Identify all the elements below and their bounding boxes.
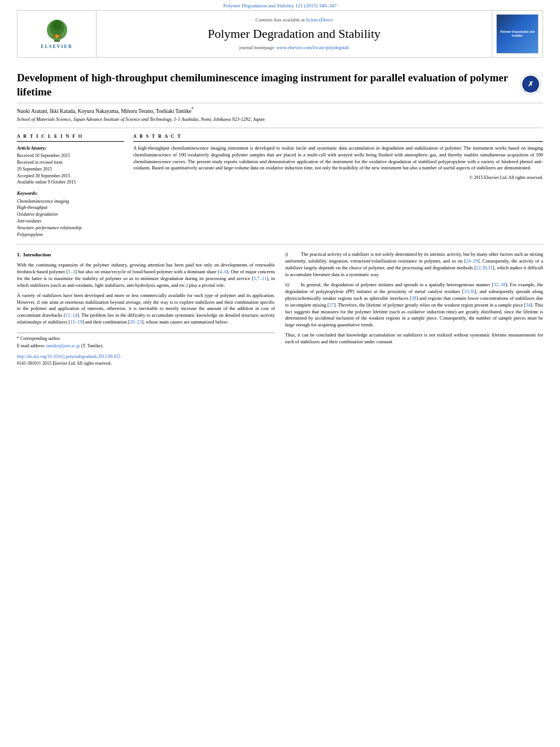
received-revised-date: 29 September 2015 [17, 167, 124, 173]
keyword-3: Oxidative degradation [17, 212, 124, 218]
intro-para-2: A variety of stabilizers have been devel… [17, 292, 275, 326]
keywords-section: Keywords: Chemiluminescence imaging High… [17, 190, 124, 238]
list-item-ii: ii) In general, the degradation of polym… [285, 282, 543, 329]
homepage-link[interactable]: www.elsevier.com/locate/polydegstab [276, 45, 349, 50]
abstract-heading: A B S T R A C T [133, 134, 543, 142]
body-section: 1. Introduction With the continuing expa… [17, 244, 543, 366]
main-content: Development of high-throughput chemilumi… [0, 58, 560, 372]
journal-cover-area: Polymer Degradation and Stability [492, 11, 542, 57]
elsevier-logo: ELSEVIER [34, 18, 80, 50]
email-link[interactable]: taniike@jaist.ac.jp [46, 343, 80, 348]
ref-20-23[interactable]: 20–23 [130, 319, 142, 325]
abstract-column: A B S T R A C T A high-throughput chemil… [133, 134, 543, 239]
journal-cover-image: Polymer Degradation and Stability [496, 14, 539, 54]
sciencedirect-line: Contents lists available at ScienceDirec… [256, 17, 333, 23]
email-label: E-mail address: [17, 343, 45, 348]
ref-24-29[interactable]: 24–29 [466, 258, 478, 264]
section-heading-text: Introduction [23, 252, 51, 257]
history-label: Article history: [17, 145, 124, 151]
contents-available-text: Contents lists available at [256, 17, 305, 23]
ref-34[interactable]: 34 [526, 302, 531, 308]
keywords-label: Keywords: [17, 190, 124, 196]
list-label-ii: ii) [285, 282, 293, 289]
svg-text:✗: ✗ [528, 80, 533, 88]
author-star: * [191, 107, 194, 112]
article-title-section: Development of high-throughput chemilumi… [17, 63, 543, 103]
ref-12-14[interactable]: 12–14 [65, 312, 77, 318]
list-label-i: i) [285, 251, 293, 258]
svg-point-5 [55, 34, 59, 38]
received-date: Received 10 September 2015 [17, 153, 124, 159]
ref-33-36[interactable]: 33,36 [464, 289, 475, 294]
keyword-1: Chemiluminescence imaging [17, 199, 124, 205]
elsevier-logo-area: ELSEVIER [18, 11, 97, 57]
crossmark-icon: ✗ CrossMark [520, 73, 541, 95]
svg-text:CrossMark: CrossMark [523, 89, 537, 92]
keyword-2: High-throughput [17, 205, 124, 211]
ref-5-7-11[interactable]: 5,7–11 [253, 276, 266, 281]
article-info-heading: A R T I C L E I N F O [17, 134, 124, 142]
copyright-line: © 2015 Elsevier Ltd. All rights reserved… [133, 175, 543, 181]
crossmark-area: ✗ CrossMark [518, 71, 543, 97]
intro-para-1: With the continuing expansion of the pol… [17, 262, 275, 289]
ref-38[interactable]: 38 [412, 295, 417, 301]
affiliation-line: School of Materials Science, Japan Advan… [17, 116, 543, 128]
article-info-column: A R T I C L E I N F O Article history: R… [17, 134, 124, 239]
journal-info-center: Contents lists available at ScienceDirec… [97, 11, 492, 57]
keyword-4: Anti-oxidants [17, 219, 124, 225]
intro-para-3: Thus, it can be concluded that knowledge… [285, 332, 543, 346]
footnote-area: * Corresponding author. E-mail address: … [17, 333, 275, 349]
ref-37[interactable]: 37 [329, 302, 334, 308]
keyword-6: Polypropylene [17, 232, 124, 238]
email-name: (T. Taniike). [81, 343, 103, 348]
section-1-heading: 1. Introduction [17, 251, 275, 259]
journal-header: ELSEVIER Contents lists available at Sci… [17, 10, 543, 58]
sciencedirect-link[interactable]: ScienceDirect [306, 17, 333, 23]
doi-link[interactable]: http://dx.doi.org/10.1016/j.polymdegrads… [17, 354, 121, 359]
corresponding-author-note: * Corresponding author. [17, 335, 275, 342]
abstract-text: A high-throughput chemiluminescence imag… [133, 145, 543, 172]
elsevier-tree-icon [34, 18, 80, 43]
article-title: Development of high-throughput chemilumi… [17, 71, 512, 99]
elsevier-text: ELSEVIER [41, 44, 72, 50]
available-date: Available online 9 October 2015 [17, 180, 124, 186]
homepage-line: journal homepage: www.elsevier.com/locat… [239, 45, 349, 51]
ref-32-38[interactable]: 32–38 [493, 282, 505, 287]
ref-4-6[interactable]: 4–6 [220, 269, 227, 274]
email-footnote: E-mail address: taniike@jaist.ac.jp (T. … [17, 343, 275, 349]
section-number: 1. [17, 252, 21, 257]
article-history: Article history: Received 10 September 2… [17, 145, 124, 186]
authors-text: Naoki Aratani, Ikki Katada, Koyuru Nakay… [17, 108, 191, 114]
cover-title-text: Polymer Degradation and Stability [499, 30, 536, 38]
issn-line: 0141-3910/© 2015 Elsevier Ltd. All right… [17, 360, 275, 366]
received-revised-label: Received in revised form [17, 160, 124, 166]
list-text-ii: In general, the degradation of polymer i… [285, 282, 543, 327]
list-item-i: i) The practical activity of a stabilize… [285, 251, 543, 278]
list-text-i: The practical activity of a stabilizer i… [285, 251, 543, 277]
accepted-date: Accepted 30 September 2015 [17, 173, 124, 180]
ref-15-19[interactable]: 15–19 [70, 319, 82, 325]
ref-22-30-31[interactable]: 22,30,31 [476, 265, 493, 270]
corresponding-label: * Corresponding author. [17, 336, 61, 341]
ref-1-3[interactable]: 1–3 [68, 269, 75, 274]
journal-reference: Polymer Degradation and Stability 121 (2… [0, 0, 560, 10]
journal-ref-text: Polymer Degradation and Stability 121 (2… [224, 3, 337, 8]
journal-title: Polymer Degradation and Stability [208, 25, 380, 42]
authors-line: Naoki Aratani, Ikki Katada, Koyuru Nakay… [17, 103, 543, 117]
homepage-text: journal homepage: [239, 45, 275, 50]
body-right-col: i) The practical activity of a stabilize… [285, 251, 543, 366]
two-col-body: 1. Introduction With the continuing expa… [17, 251, 543, 366]
keyword-5: Structure–performance relationship [17, 225, 124, 231]
svg-point-3 [53, 20, 62, 30]
article-info-abstract-section: A R T I C L E I N F O Article history: R… [17, 128, 543, 245]
body-left-col: 1. Introduction With the continuing expa… [17, 251, 275, 366]
doi-line: http://dx.doi.org/10.1016/j.polymdegrads… [17, 353, 275, 360]
